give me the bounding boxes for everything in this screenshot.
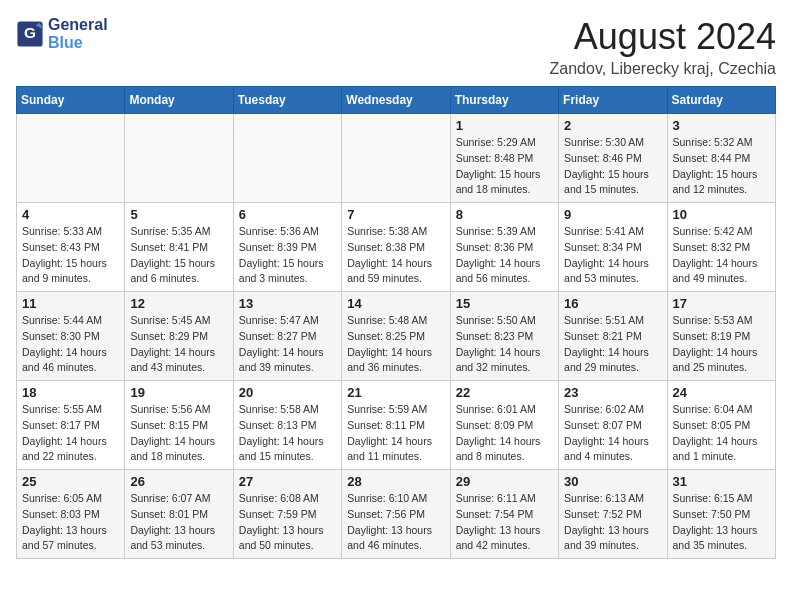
day-number: 17 <box>673 296 770 311</box>
calendar-cell: 2Sunrise: 5:30 AMSunset: 8:46 PMDaylight… <box>559 114 667 203</box>
week-row-1: 1Sunrise: 5:29 AMSunset: 8:48 PMDaylight… <box>17 114 776 203</box>
day-detail: Sunrise: 5:33 AMSunset: 8:43 PMDaylight:… <box>22 224 119 287</box>
day-number: 20 <box>239 385 336 400</box>
calendar-cell: 6Sunrise: 5:36 AMSunset: 8:39 PMDaylight… <box>233 203 341 292</box>
day-number: 19 <box>130 385 227 400</box>
day-number: 1 <box>456 118 553 133</box>
day-number: 21 <box>347 385 444 400</box>
logo-general: General <box>48 16 108 34</box>
day-number: 27 <box>239 474 336 489</box>
calendar-cell: 18Sunrise: 5:55 AMSunset: 8:17 PMDayligh… <box>17 381 125 470</box>
day-detail: Sunrise: 5:58 AMSunset: 8:13 PMDaylight:… <box>239 402 336 465</box>
day-number: 26 <box>130 474 227 489</box>
calendar-cell: 31Sunrise: 6:15 AMSunset: 7:50 PMDayligh… <box>667 470 775 559</box>
calendar-cell <box>17 114 125 203</box>
day-detail: Sunrise: 5:35 AMSunset: 8:41 PMDaylight:… <box>130 224 227 287</box>
day-number: 24 <box>673 385 770 400</box>
day-number: 8 <box>456 207 553 222</box>
calendar-cell: 9Sunrise: 5:41 AMSunset: 8:34 PMDaylight… <box>559 203 667 292</box>
day-detail: Sunrise: 5:47 AMSunset: 8:27 PMDaylight:… <box>239 313 336 376</box>
weekday-header-tuesday: Tuesday <box>233 87 341 114</box>
day-detail: Sunrise: 5:44 AMSunset: 8:30 PMDaylight:… <box>22 313 119 376</box>
day-detail: Sunrise: 5:56 AMSunset: 8:15 PMDaylight:… <box>130 402 227 465</box>
day-detail: Sunrise: 5:29 AMSunset: 8:48 PMDaylight:… <box>456 135 553 198</box>
calendar-cell: 11Sunrise: 5:44 AMSunset: 8:30 PMDayligh… <box>17 292 125 381</box>
day-number: 18 <box>22 385 119 400</box>
day-number: 10 <box>673 207 770 222</box>
logo-icon: G <box>16 20 44 48</box>
week-row-4: 18Sunrise: 5:55 AMSunset: 8:17 PMDayligh… <box>17 381 776 470</box>
calendar-cell: 29Sunrise: 6:11 AMSunset: 7:54 PMDayligh… <box>450 470 558 559</box>
calendar-cell: 3Sunrise: 5:32 AMSunset: 8:44 PMDaylight… <box>667 114 775 203</box>
day-number: 25 <box>22 474 119 489</box>
day-detail: Sunrise: 5:48 AMSunset: 8:25 PMDaylight:… <box>347 313 444 376</box>
calendar-table: SundayMondayTuesdayWednesdayThursdayFrid… <box>16 86 776 559</box>
logo-blue: Blue <box>48 34 108 52</box>
calendar-cell: 1Sunrise: 5:29 AMSunset: 8:48 PMDaylight… <box>450 114 558 203</box>
calendar-cell: 10Sunrise: 5:42 AMSunset: 8:32 PMDayligh… <box>667 203 775 292</box>
calendar-cell: 19Sunrise: 5:56 AMSunset: 8:15 PMDayligh… <box>125 381 233 470</box>
calendar-cell <box>342 114 450 203</box>
weekday-header-saturday: Saturday <box>667 87 775 114</box>
day-detail: Sunrise: 5:51 AMSunset: 8:21 PMDaylight:… <box>564 313 661 376</box>
weekday-header-thursday: Thursday <box>450 87 558 114</box>
day-number: 29 <box>456 474 553 489</box>
calendar-cell: 24Sunrise: 6:04 AMSunset: 8:05 PMDayligh… <box>667 381 775 470</box>
week-row-2: 4Sunrise: 5:33 AMSunset: 8:43 PMDaylight… <box>17 203 776 292</box>
calendar-cell: 20Sunrise: 5:58 AMSunset: 8:13 PMDayligh… <box>233 381 341 470</box>
day-number: 6 <box>239 207 336 222</box>
page-header: G General Blue August 2024 Zandov, Liber… <box>16 16 776 78</box>
day-number: 11 <box>22 296 119 311</box>
day-detail: Sunrise: 5:55 AMSunset: 8:17 PMDaylight:… <box>22 402 119 465</box>
day-number: 23 <box>564 385 661 400</box>
day-number: 31 <box>673 474 770 489</box>
calendar-cell: 23Sunrise: 6:02 AMSunset: 8:07 PMDayligh… <box>559 381 667 470</box>
calendar-cell: 28Sunrise: 6:10 AMSunset: 7:56 PMDayligh… <box>342 470 450 559</box>
calendar-cell: 8Sunrise: 5:39 AMSunset: 8:36 PMDaylight… <box>450 203 558 292</box>
day-detail: Sunrise: 5:50 AMSunset: 8:23 PMDaylight:… <box>456 313 553 376</box>
day-detail: Sunrise: 5:32 AMSunset: 8:44 PMDaylight:… <box>673 135 770 198</box>
day-detail: Sunrise: 5:45 AMSunset: 8:29 PMDaylight:… <box>130 313 227 376</box>
week-row-5: 25Sunrise: 6:05 AMSunset: 8:03 PMDayligh… <box>17 470 776 559</box>
location-title: Zandov, Liberecky kraj, Czechia <box>550 60 776 78</box>
weekday-header-row: SundayMondayTuesdayWednesdayThursdayFrid… <box>17 87 776 114</box>
calendar-cell: 17Sunrise: 5:53 AMSunset: 8:19 PMDayligh… <box>667 292 775 381</box>
day-detail: Sunrise: 6:08 AMSunset: 7:59 PMDaylight:… <box>239 491 336 554</box>
calendar-cell: 26Sunrise: 6:07 AMSunset: 8:01 PMDayligh… <box>125 470 233 559</box>
day-detail: Sunrise: 5:41 AMSunset: 8:34 PMDaylight:… <box>564 224 661 287</box>
day-number: 22 <box>456 385 553 400</box>
day-number: 13 <box>239 296 336 311</box>
calendar-cell: 21Sunrise: 5:59 AMSunset: 8:11 PMDayligh… <box>342 381 450 470</box>
calendar-cell <box>125 114 233 203</box>
day-number: 9 <box>564 207 661 222</box>
day-detail: Sunrise: 6:05 AMSunset: 8:03 PMDaylight:… <box>22 491 119 554</box>
day-detail: Sunrise: 6:04 AMSunset: 8:05 PMDaylight:… <box>673 402 770 465</box>
weekday-header-sunday: Sunday <box>17 87 125 114</box>
day-detail: Sunrise: 6:11 AMSunset: 7:54 PMDaylight:… <box>456 491 553 554</box>
calendar-cell: 27Sunrise: 6:08 AMSunset: 7:59 PMDayligh… <box>233 470 341 559</box>
title-area: August 2024 Zandov, Liberecky kraj, Czec… <box>550 16 776 78</box>
day-number: 15 <box>456 296 553 311</box>
calendar-cell: 15Sunrise: 5:50 AMSunset: 8:23 PMDayligh… <box>450 292 558 381</box>
day-detail: Sunrise: 5:36 AMSunset: 8:39 PMDaylight:… <box>239 224 336 287</box>
day-detail: Sunrise: 5:38 AMSunset: 8:38 PMDaylight:… <box>347 224 444 287</box>
day-detail: Sunrise: 6:10 AMSunset: 7:56 PMDaylight:… <box>347 491 444 554</box>
day-detail: Sunrise: 5:39 AMSunset: 8:36 PMDaylight:… <box>456 224 553 287</box>
logo: G General Blue <box>16 16 108 51</box>
day-number: 30 <box>564 474 661 489</box>
day-detail: Sunrise: 6:15 AMSunset: 7:50 PMDaylight:… <box>673 491 770 554</box>
calendar-cell <box>233 114 341 203</box>
day-detail: Sunrise: 5:30 AMSunset: 8:46 PMDaylight:… <box>564 135 661 198</box>
day-detail: Sunrise: 5:42 AMSunset: 8:32 PMDaylight:… <box>673 224 770 287</box>
month-title: August 2024 <box>550 16 776 58</box>
calendar-cell: 14Sunrise: 5:48 AMSunset: 8:25 PMDayligh… <box>342 292 450 381</box>
day-number: 28 <box>347 474 444 489</box>
calendar-cell: 22Sunrise: 6:01 AMSunset: 8:09 PMDayligh… <box>450 381 558 470</box>
calendar-cell: 25Sunrise: 6:05 AMSunset: 8:03 PMDayligh… <box>17 470 125 559</box>
calendar-cell: 13Sunrise: 5:47 AMSunset: 8:27 PMDayligh… <box>233 292 341 381</box>
calendar-cell: 5Sunrise: 5:35 AMSunset: 8:41 PMDaylight… <box>125 203 233 292</box>
day-number: 3 <box>673 118 770 133</box>
calendar-cell: 16Sunrise: 5:51 AMSunset: 8:21 PMDayligh… <box>559 292 667 381</box>
day-number: 16 <box>564 296 661 311</box>
svg-text:G: G <box>24 24 36 41</box>
